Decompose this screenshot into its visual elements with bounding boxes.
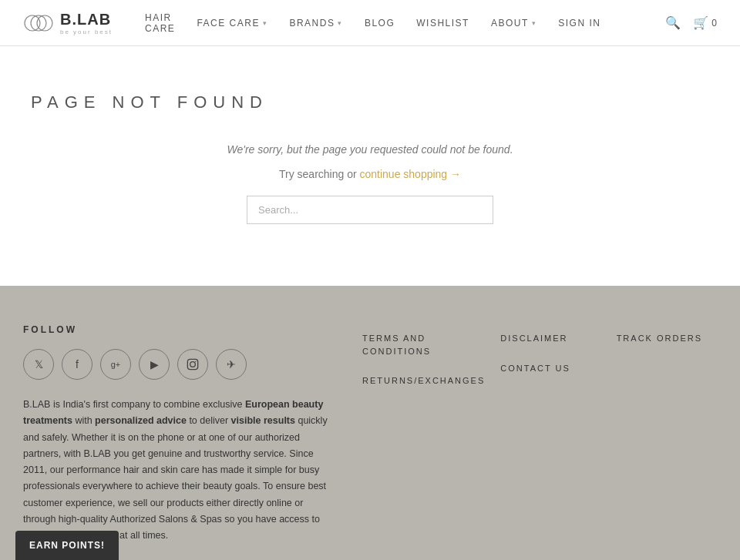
svg-point-4: [190, 362, 196, 367]
terms-conditions-link[interactable]: TERMS ANDCONDITIONS: [362, 332, 485, 357]
cart-button[interactable]: 🛒 0: [693, 15, 717, 30]
logo[interactable]: B.LAB be your best: [23, 8, 113, 39]
company-description: B.LAB is India's first company to combin…: [23, 397, 331, 544]
site-footer: FOLLOW 𝕏 f g+ ▶ ✈ B.LAB is India's first…: [0, 286, 740, 560]
continue-shopping-link[interactable]: continue shopping →: [359, 168, 461, 180]
header-right: 🔍 🛒 0: [665, 15, 717, 30]
youtube-icon[interactable]: ▶: [139, 349, 170, 380]
follow-label: FOLLOW: [23, 324, 347, 335]
logo-text: B.LAB: [60, 11, 111, 28]
svg-rect-3: [187, 359, 197, 369]
svg-point-0: [25, 15, 40, 31]
search-input[interactable]: [247, 196, 493, 224]
footer-links-col2: DISCLAIMER CONTACT US: [500, 324, 600, 560]
social-icons: 𝕏 f g+ ▶ ✈: [23, 349, 347, 380]
chevron-down-icon: ▾: [338, 19, 343, 27]
sorry-message: We're sorry, but the page you requested …: [31, 143, 709, 156]
logo-sub: be your best: [60, 29, 113, 35]
earn-points-button[interactable]: EARN POINTS!: [15, 531, 119, 560]
follow-section: FOLLOW 𝕏 f g+ ▶ ✈ B.LAB is India's first…: [23, 324, 347, 560]
facebook-icon[interactable]: f: [62, 349, 92, 380]
twitter-icon[interactable]: 𝕏: [23, 349, 54, 380]
main-content: PAGE NOT FOUND We're sorry, but the page…: [0, 46, 740, 286]
cart-icon: 🛒: [693, 15, 708, 30]
contact-us-link[interactable]: CONTACT US: [500, 362, 600, 375]
telegram-icon[interactable]: ✈: [216, 349, 247, 380]
search-button[interactable]: 🔍: [665, 15, 681, 30]
nav-item-hair-care[interactable]: HAIRCARE: [136, 0, 184, 46]
instagram-icon[interactable]: [177, 349, 208, 380]
svg-point-2: [37, 15, 52, 31]
search-form: [31, 196, 709, 224]
logo-icon: [23, 8, 54, 39]
svg-point-1: [31, 15, 46, 31]
search-prompt-text: Try searching or: [279, 168, 360, 180]
search-prompt: Try searching or continue shopping →: [31, 168, 709, 180]
cart-count: 0: [711, 18, 717, 29]
nav-item-face-care[interactable]: FACE CARE ▾: [187, 0, 277, 46]
nav-item-sign-in[interactable]: SIGN IN: [549, 0, 610, 46]
chevron-down-icon: ▾: [532, 19, 537, 27]
nav-item-about[interactable]: ABOUT ▾: [482, 0, 546, 46]
svg-point-5: [195, 361, 196, 362]
nav-item-wishlist[interactable]: WISHLIST: [407, 0, 479, 46]
footer-links-col1: TERMS ANDCONDITIONS RETURNS/EXCHANGES: [362, 324, 485, 560]
nav-item-brands[interactable]: BRANDS ▾: [280, 0, 352, 46]
google-plus-icon[interactable]: g+: [100, 349, 131, 380]
footer-grid: FOLLOW 𝕏 f g+ ▶ ✈ B.LAB is India's first…: [23, 324, 717, 560]
returns-exchanges-link[interactable]: RETURNS/EXCHANGES: [362, 374, 485, 387]
chevron-down-icon: ▾: [263, 19, 268, 27]
site-header: B.LAB be your best HAIRCARE FACE CARE ▾ …: [0, 0, 740, 46]
main-nav: HAIRCARE FACE CARE ▾ BRANDS ▾ BLOG WISHL…: [136, 0, 665, 46]
footer-links-col3: TRACK ORDERS: [617, 324, 717, 560]
nav-item-blog[interactable]: BLOG: [355, 0, 404, 46]
disclaimer-link[interactable]: DISCLAIMER: [500, 332, 600, 345]
page-title: PAGE NOT FOUND: [31, 92, 709, 112]
track-orders-link[interactable]: TRACK ORDERS: [617, 332, 717, 345]
